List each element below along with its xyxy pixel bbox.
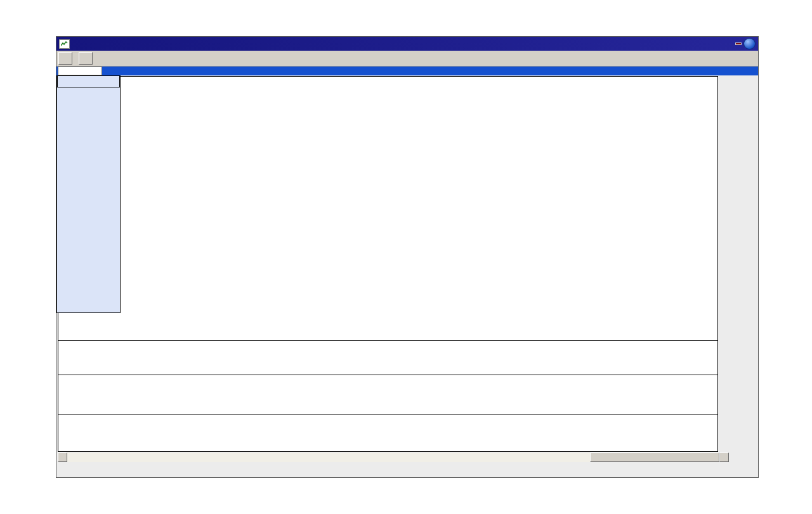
chart-window bbox=[56, 36, 759, 478]
scroll-right-button[interactable] bbox=[719, 453, 729, 462]
main-chart-canvas[interactable] bbox=[58, 77, 717, 340]
instrument-bar bbox=[56, 67, 758, 75]
title-bar[interactable] bbox=[56, 37, 758, 51]
close-icon[interactable] bbox=[743, 38, 756, 49]
rci-panel-canvas[interactable] bbox=[58, 375, 717, 414]
link-button[interactable] bbox=[735, 42, 742, 45]
quote-info-panel bbox=[56, 75, 121, 313]
screen bbox=[0, 0, 812, 514]
plot-frame bbox=[58, 76, 718, 452]
horizontal-scrollbar[interactable] bbox=[58, 453, 729, 462]
macd-panel-canvas[interactable] bbox=[58, 341, 717, 375]
code-input[interactable] bbox=[58, 67, 102, 75]
volume-panel-canvas[interactable] bbox=[58, 414, 717, 451]
scroll-thumb[interactable] bbox=[590, 453, 719, 462]
quote-date bbox=[57, 76, 120, 87]
app-icon bbox=[59, 39, 70, 49]
scroll-left-button[interactable] bbox=[58, 453, 67, 462]
timeframe-dropdown[interactable] bbox=[79, 52, 93, 65]
toolbar bbox=[56, 51, 758, 67]
chart-type-dropdown[interactable] bbox=[58, 52, 72, 65]
